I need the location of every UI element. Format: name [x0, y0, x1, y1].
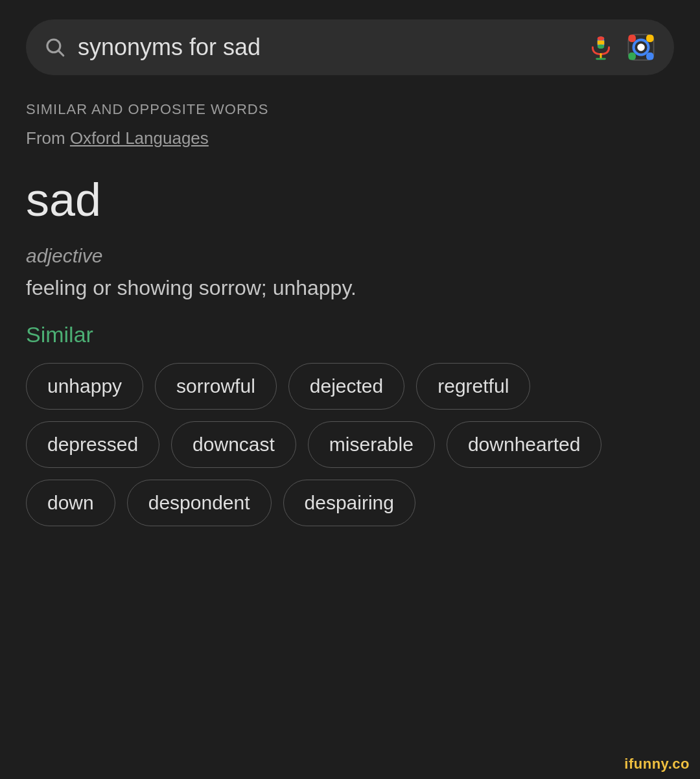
svg-rect-9 [646, 34, 654, 41]
svg-line-1 [58, 51, 64, 56]
synonym-tag[interactable]: despairing [283, 480, 415, 526]
svg-rect-3 [598, 36, 605, 40]
source-line: From Oxford Languages [26, 128, 674, 148]
synonym-tag[interactable]: despondent [127, 480, 272, 526]
svg-rect-10 [628, 52, 636, 60]
word-title: sad [26, 174, 674, 226]
svg-rect-5 [598, 45, 605, 49]
synonym-tag[interactable]: downcast [171, 421, 296, 468]
svg-point-12 [637, 43, 645, 51]
mic-icon[interactable] [587, 34, 614, 61]
search-query[interactable]: synonyms for sad [78, 34, 576, 61]
lens-icon[interactable] [626, 32, 656, 62]
synonym-tag[interactable]: depressed [26, 421, 159, 468]
synonym-tag[interactable]: down [26, 480, 115, 526]
search-bar[interactable]: synonyms for sad [26, 19, 674, 75]
tags-container: unhappysorrowfuldejectedregretfuldepress… [26, 363, 674, 526]
definition: feeling or showing sorrow; unhappy. [26, 273, 674, 303]
source-link[interactable]: Oxford Languages [70, 128, 209, 148]
svg-rect-11 [646, 52, 654, 60]
pos-label: adjective [26, 245, 674, 267]
svg-rect-8 [628, 34, 636, 41]
page-container: synonyms for sad [0, 0, 700, 552]
synonym-tag[interactable]: miserable [308, 421, 435, 468]
synonym-tag[interactable]: unhappy [26, 363, 143, 410]
svg-rect-4 [598, 41, 605, 45]
similar-label: Similar [26, 322, 674, 347]
section-header: SIMILAR AND OPPOSITE WORDS [26, 101, 674, 118]
search-icon [44, 36, 66, 58]
synonym-tag[interactable]: downhearted [447, 421, 601, 468]
synonym-tag[interactable]: dejected [288, 363, 404, 410]
synonym-tag[interactable]: regretful [416, 363, 530, 410]
synonym-tag[interactable]: sorrowful [155, 363, 277, 410]
source-prefix: From [26, 128, 70, 148]
watermark: ifunny.co [624, 756, 690, 773]
